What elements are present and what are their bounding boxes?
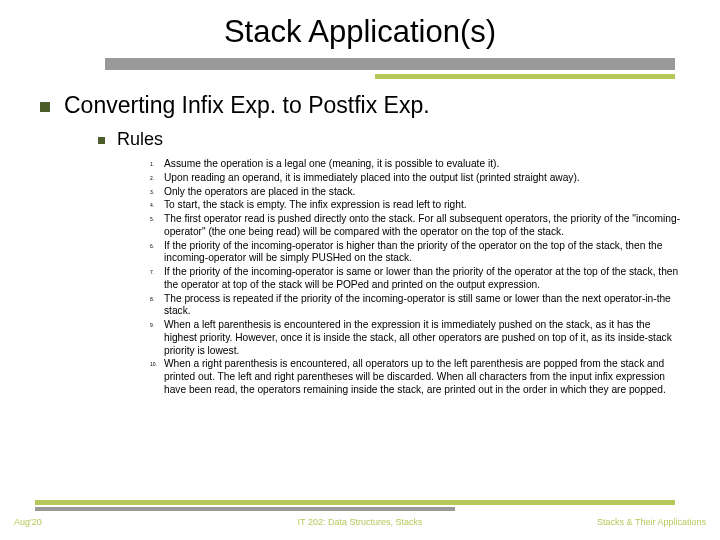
rules-list: 1.Assume the operation is a legal one (m…	[140, 158, 682, 398]
rule-number: 6.	[140, 240, 164, 249]
rule-text: Upon reading an operand, it is immediate…	[164, 172, 682, 185]
slide-title: Stack Application(s)	[0, 14, 720, 50]
rule-text: When a left parenthesis is encountered i…	[164, 319, 682, 357]
rule-text: To start, the stack is empty. The infix …	[164, 199, 682, 212]
rule-number: 1.	[140, 158, 164, 167]
bullet-icon	[98, 137, 105, 144]
rule-number: 8.	[140, 293, 164, 302]
rule-item: 4.To start, the stack is empty. The infi…	[140, 199, 682, 212]
rule-text: When a right parenthesis is encountered,…	[164, 358, 682, 396]
rule-number: 5.	[140, 213, 164, 222]
rule-number: 4.	[140, 199, 164, 208]
rule-number: 2.	[140, 172, 164, 181]
slide: Stack Application(s) Converting Infix Ex…	[0, 0, 720, 540]
rule-text: The first operator read is pushed direct…	[164, 213, 682, 239]
heading-level2-text: Rules	[117, 129, 163, 149]
heading-level1: Converting Infix Exp. to Postfix Exp.	[40, 92, 430, 119]
heading-level1-text: Converting Infix Exp. to Postfix Exp.	[64, 92, 430, 118]
rule-number: 9.	[140, 319, 164, 328]
rule-text: If the priority of the incoming-operator…	[164, 266, 682, 292]
rule-item: 8.The process is repeated if the priorit…	[140, 293, 682, 319]
rule-number: 7.	[140, 266, 164, 275]
rule-item: 5.The first operator read is pushed dire…	[140, 213, 682, 239]
rule-item: 3.Only the operators are placed in the s…	[140, 186, 682, 199]
rule-item: 6.If the priority of the incoming-operat…	[140, 240, 682, 266]
rule-item: 2.Upon reading an operand, it is immedia…	[140, 172, 682, 185]
rule-text: The process is repeated if the priority …	[164, 293, 682, 319]
rule-item: 1.Assume the operation is a legal one (m…	[140, 158, 682, 171]
footer-right: Stacks & Their Applications	[597, 517, 706, 527]
deco-bar-gray-bottom	[35, 507, 455, 511]
rule-text: Assume the operation is a legal one (mea…	[164, 158, 682, 171]
deco-bar-green-top	[375, 74, 675, 79]
rule-item: 9.When a left parenthesis is encountered…	[140, 319, 682, 357]
rule-item: 7.If the priority of the incoming-operat…	[140, 266, 682, 292]
bullet-icon	[40, 102, 50, 112]
deco-bar-green-bottom	[35, 500, 675, 505]
rule-item: 10.When a right parenthesis is encounter…	[140, 358, 682, 396]
rule-number: 3.	[140, 186, 164, 195]
rule-text: If the priority of the incoming-operator…	[164, 240, 682, 266]
deco-bar-gray-top	[105, 58, 675, 70]
rule-number: 10.	[140, 358, 164, 367]
rule-text: Only the operators are placed in the sta…	[164, 186, 682, 199]
heading-level2: Rules	[98, 129, 163, 150]
